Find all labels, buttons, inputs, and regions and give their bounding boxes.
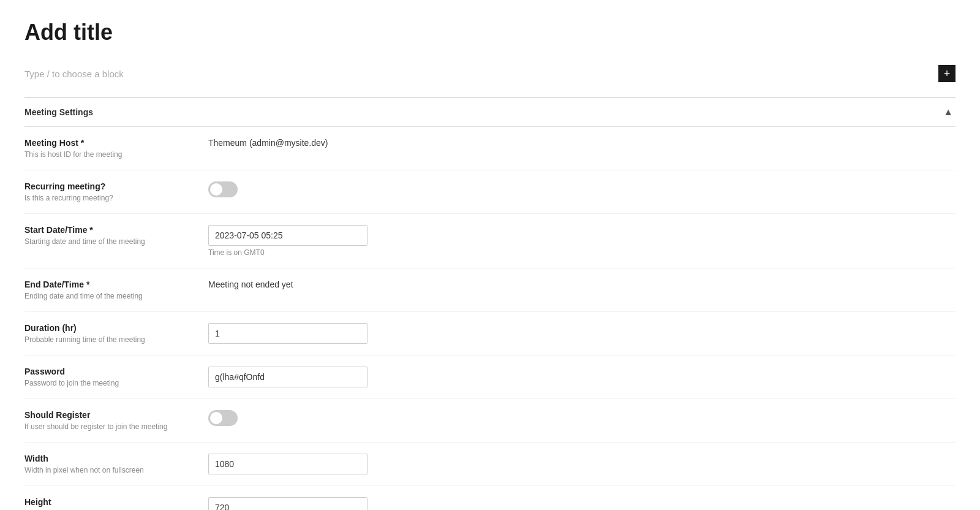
end-datetime-label: End Date/Time * (24, 280, 196, 289)
settings-section-title: Meeting Settings (24, 107, 93, 117)
should-register-control (208, 410, 956, 426)
settings-section: Meeting Settings ▲ Meeting Host * This i… (24, 97, 956, 510)
should-register-description: If user should be register to join the m… (24, 422, 196, 431)
recurring-meeting-row: Recurring meeting? Is this a recurring m… (24, 170, 956, 214)
width-label-col: Width Width in pixel when not on fullscr… (24, 454, 208, 474)
should-register-slider (208, 410, 238, 426)
settings-rows: Meeting Host * This is host ID for the m… (24, 127, 956, 510)
duration-input[interactable] (208, 323, 368, 344)
meeting-host-label: Meeting Host * (24, 138, 196, 148)
end-datetime-control: Meeting not ended yet (208, 280, 956, 289)
password-input[interactable] (208, 367, 368, 387)
add-block-button[interactable]: + (938, 65, 956, 82)
start-datetime-label: Start Date/Time * (24, 225, 196, 235)
width-row: Width Width in pixel when not on fullscr… (24, 443, 956, 486)
should-register-row: Should Register If user should be regist… (24, 399, 956, 443)
width-input[interactable] (208, 454, 368, 474)
recurring-meeting-label-col: Recurring meeting? Is this a recurring m… (24, 181, 208, 202)
height-control (208, 497, 956, 510)
duration-description: Probable running time of the meeting (24, 335, 196, 344)
settings-header: Meeting Settings ▲ (24, 98, 956, 127)
duration-row: Duration (hr) Probable running time of t… (24, 312, 956, 356)
password-label-col: Password Password to join the meeting (24, 367, 208, 387)
password-label: Password (24, 367, 196, 376)
page-container: Add title Type / to choose a block + Mee… (0, 0, 980, 510)
end-datetime-description: Ending date and time of the meeting (24, 292, 196, 300)
width-label: Width (24, 454, 196, 463)
start-datetime-input[interactable] (208, 225, 368, 246)
end-datetime-row: End Date/Time * Ending date and time of … (24, 268, 956, 312)
end-datetime-label-col: End Date/Time * Ending date and time of … (24, 280, 208, 300)
should-register-toggle[interactable] (208, 410, 238, 426)
start-datetime-row: Start Date/Time * Starting date and time… (24, 214, 956, 268)
meeting-host-control: Themeum (admin@mysite.dev) (208, 138, 956, 148)
meeting-host-value: Themeum (admin@mysite.dev) (208, 138, 956, 148)
width-control (208, 454, 956, 474)
height-input[interactable] (208, 497, 368, 510)
recurring-meeting-toggle[interactable] (208, 181, 238, 197)
collapse-button[interactable]: ▲ (941, 107, 956, 118)
duration-control (208, 323, 956, 344)
height-label-col: Height Height in pixel when not on fulls… (24, 497, 208, 510)
height-row: Height Height in pixel when not on fulls… (24, 486, 956, 510)
start-datetime-hint: Time is on GMT0 (208, 248, 956, 257)
block-chooser-text: Type / to choose a block (24, 69, 124, 79)
should-register-label-col: Should Register If user should be regist… (24, 410, 208, 431)
meeting-host-description: This is host ID for the meeting (24, 150, 196, 159)
start-datetime-description: Starting date and time of the meeting (24, 237, 196, 246)
meeting-host-label-col: Meeting Host * This is host ID for the m… (24, 138, 208, 159)
recurring-meeting-label: Recurring meeting? (24, 181, 196, 191)
recurring-meeting-control (208, 181, 956, 197)
end-datetime-value: Meeting not ended yet (208, 280, 956, 289)
password-description: Password to join the meeting (24, 379, 196, 387)
start-datetime-control: Time is on GMT0 (208, 225, 956, 257)
block-chooser-row: Type / to choose a block + (24, 65, 956, 82)
page-title: Add title (24, 20, 956, 45)
recurring-meeting-description: Is this a recurring meeting? (24, 194, 196, 202)
height-label: Height (24, 497, 196, 507)
duration-label: Duration (hr) (24, 323, 196, 333)
recurring-meeting-slider (208, 181, 238, 197)
duration-label-col: Duration (hr) Probable running time of t… (24, 323, 208, 344)
password-row: Password Password to join the meeting (24, 356, 956, 399)
should-register-label: Should Register (24, 410, 196, 420)
password-control (208, 367, 956, 387)
width-description: Width in pixel when not on fullscreen (24, 466, 196, 474)
start-datetime-label-col: Start Date/Time * Starting date and time… (24, 225, 208, 246)
meeting-host-row: Meeting Host * This is host ID for the m… (24, 127, 956, 170)
